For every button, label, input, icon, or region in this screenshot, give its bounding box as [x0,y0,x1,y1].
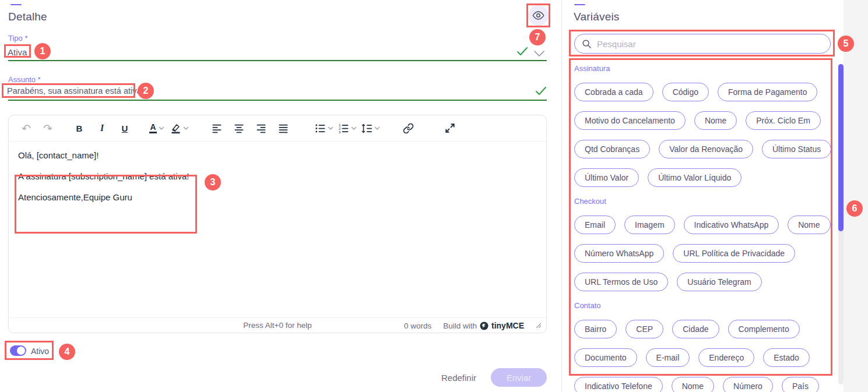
preview-button[interactable] [528,5,549,26]
section-label: Contato [574,301,834,310]
tinymce-branding[interactable]: Build with tinyMCE [443,321,524,330]
variable-chip[interactable]: Código [662,83,709,101]
word-count: 0 words [404,322,431,330]
bold-icon[interactable]: B [72,121,86,135]
page-title: Detalhe [8,10,47,23]
editor-toolbar: ↶ ↷ B I U A [9,115,546,142]
italic-icon[interactable]: I [95,121,109,135]
variable-chip[interactable]: Último Valor Líquido [648,168,742,187]
variable-chip[interactable]: Motivo do Cancelamento [574,111,686,130]
chevron-down-icon [374,126,380,130]
editor-paragraph: Olá, [contact_name]! [18,151,546,160]
eye-icon [532,9,544,22]
annotation-badge-5: 5 [838,36,854,52]
variable-chip[interactable]: Próx. Ciclo Em [746,111,821,130]
chevron-down-icon [183,126,189,130]
section-assinatura: Assinatura Cobrada a cada Código Forma d… [574,64,834,187]
section-checkout: Checkout Email Imagem Indicativo WhatsAp… [574,197,834,291]
richtext-editor: ↶ ↷ B I U A [8,115,547,333]
active-toggle[interactable] [10,345,26,356]
chevron-down-icon [159,126,164,130]
numbered-list-button[interactable]: 123 [338,123,357,134]
tipo-underline [8,60,547,61]
variable-chip[interactable]: Valor da Renovação [659,140,753,158]
variable-chip[interactable]: CEP [625,320,663,338]
align-right-icon[interactable] [254,121,268,135]
link-icon[interactable] [401,121,415,135]
variables-accent-dash [574,4,585,5]
variable-chip[interactable]: Nome [672,377,714,392]
variable-chip[interactable]: Imagem [624,216,675,234]
brand-name: tinyMCE [491,321,524,330]
variable-chip[interactable]: Email [574,216,616,234]
redo-icon[interactable]: ↷ [41,121,55,135]
variable-chip[interactable]: Usuário Telegram [677,273,761,291]
tipo-chevron-down-icon[interactable] [533,49,545,59]
variable-chip[interactable]: Indicativo WhatsApp [684,216,779,234]
window-gutter [844,0,868,392]
annotation-badge-7: 7 [529,29,546,45]
variable-chip[interactable]: Bairro [574,320,617,338]
variable-chip[interactable]: Nome [694,111,737,130]
variable-chip[interactable]: URL Termos de Uso [574,273,668,291]
tinymce-logo-icon [480,322,489,330]
variable-chip[interactable]: Endereço [698,348,754,367]
editor-paragraph: Atenciosamente,Equipe Guru [18,193,546,202]
scrollbar-thumb[interactable] [838,64,844,231]
variables-list: Assinatura Cobrada a cada Código Forma d… [574,58,834,392]
variable-chip[interactable]: Cidade [672,320,719,338]
variables-search[interactable] [574,34,831,54]
variable-chip[interactable]: País [782,377,819,392]
assunto-label: Assunto * [8,75,41,84]
bullet-list-button[interactable] [315,123,333,134]
assunto-input[interactable]: Parabéns, sua assinatura está ativa! [7,86,144,96]
numbered-list-icon: 123 [338,123,349,134]
line-height-button[interactable] [361,123,380,134]
resize-handle-icon[interactable] [536,323,542,329]
variable-chip[interactable]: Cobrada a cada [574,83,653,101]
tipo-label: Tipo * [8,34,27,43]
variable-chip[interactable]: Número WhatsApp [574,244,664,263]
search-icon [582,39,592,49]
annotation-badge-4: 4 [59,344,75,360]
detail-accent-dash [10,4,22,5]
svg-text:3: 3 [339,130,341,134]
fullscreen-icon[interactable] [443,121,457,135]
assunto-underline [8,100,547,101]
submit-button[interactable]: Enviar [491,368,547,387]
variable-chip[interactable]: Número [723,377,773,392]
section-contato: Contato Bairro CEP Cidade Complemento Do… [574,301,834,392]
variable-chip[interactable]: E-mail [646,348,690,367]
text-color-button[interactable]: A [149,123,164,133]
variable-chip[interactable]: Estado [763,348,810,367]
search-input[interactable] [597,39,823,49]
variable-chip[interactable]: URL Política de Privacidade [673,244,795,263]
align-center-icon[interactable] [232,121,246,135]
chevron-down-icon [351,126,357,130]
tipo-valid-check-icon [516,47,528,58]
section-label: Assinatura [574,64,834,73]
line-height-icon [361,123,372,134]
align-justify-icon[interactable] [276,121,290,135]
align-left-icon[interactable] [210,121,224,135]
variable-chip[interactable]: Indicativo Telefone [574,377,663,392]
variable-chip[interactable]: Documento [574,348,637,367]
variable-chip[interactable]: Complemento [728,320,800,338]
highlight-color-button[interactable] [170,123,189,134]
editor-help-text: Press Alt+0 for help [243,321,311,330]
editor-paragraph: A assinatura [subscription_name] está at… [18,172,546,181]
brand-prefix: Build with [443,322,477,330]
panel-divider [561,0,562,392]
undo-icon[interactable]: ↶ [19,121,33,135]
variable-chip[interactable]: Forma de Pagamento [718,83,817,101]
variable-chip[interactable]: Último Valor [574,168,639,187]
variable-chip[interactable]: Qtd Cobranças [574,140,650,158]
reset-button[interactable]: Redefinir [441,373,476,383]
variable-chip[interactable]: Último Status [762,140,831,158]
editor-content[interactable]: Olá, [contact_name]! A assinatura [subsc… [9,142,546,319]
editor-statusbar: Press Alt+0 for help 0 words Build with … [9,317,546,333]
annotation-badge-1: 1 [34,43,51,59]
variable-chip[interactable]: Nome [788,216,830,234]
underline-icon[interactable]: U [118,121,132,135]
tipo-select[interactable]: Ativa [8,47,27,57]
